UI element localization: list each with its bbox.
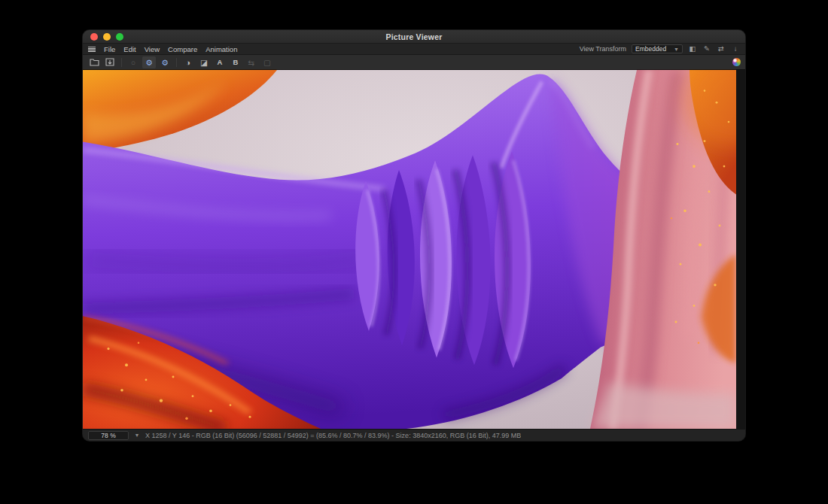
folder-icon: [90, 58, 99, 66]
filter-gear-button[interactable]: ⚙: [158, 56, 172, 68]
traffic-lights: [90, 33, 123, 41]
abstract-render-image: [83, 70, 736, 429]
settings-gear-button[interactable]: ⚙: [142, 56, 156, 68]
menu-item-edit[interactable]: Edit: [123, 45, 135, 53]
save-icon: [105, 58, 114, 66]
picture-viewer-window: Picture Viewer File Edit View Compare An…: [83, 30, 745, 441]
toolbar: ○ ⚙ ⚙ ◑ ◪ A B ⇆ ▢: [83, 55, 745, 70]
window-title: Picture Viewer: [386, 32, 443, 41]
view-transform-value: Embedded: [635, 45, 666, 53]
menubar: File Edit View Compare Animation View Tr…: [83, 44, 745, 55]
annotate-icon[interactable]: ✎: [702, 44, 711, 53]
download-icon[interactable]: ↓: [731, 44, 740, 53]
menu-item-compare[interactable]: Compare: [168, 45, 197, 53]
minimize-button[interactable]: [103, 33, 111, 41]
compare-a-button[interactable]: A: [213, 56, 227, 68]
split-view-icon[interactable]: ◧: [688, 44, 697, 53]
toolbar-separator: [176, 58, 177, 67]
view-transform-select[interactable]: Embedded ▼: [632, 44, 683, 53]
compare-b-button[interactable]: B: [229, 56, 242, 68]
swap-icon[interactable]: ⇄: [717, 44, 726, 53]
menu-item-file[interactable]: File: [104, 45, 115, 53]
hamburger-menu-icon[interactable]: [88, 47, 96, 52]
render-settings-sphere-icon[interactable]: [732, 58, 741, 66]
view-transform-label: View Transform: [580, 45, 626, 53]
menubar-right-group: View Transform Embedded ▼ ◧ ✎ ⇄ ↓: [580, 44, 740, 53]
contrast-compare-button[interactable]: ◑: [181, 56, 195, 68]
statusbar: 78 % ▼ X 1258 / Y 146 - RGB (16 Bit) (56…: [83, 429, 745, 441]
zoom-level-value: 78 %: [101, 432, 115, 439]
status-info-text: X 1258 / Y 146 - RGB (16 Bit) (56096 / 5…: [145, 432, 521, 439]
save-button[interactable]: [103, 56, 117, 68]
open-file-button[interactable]: [87, 56, 101, 68]
link-ab-button[interactable]: ▢: [260, 56, 274, 68]
viewport: [83, 70, 745, 429]
close-button[interactable]: [90, 33, 98, 41]
menu-item-animation[interactable]: Animation: [205, 45, 237, 53]
zoom-button[interactable]: [116, 33, 123, 41]
zoom-level-select[interactable]: 78 %: [88, 431, 129, 440]
chevron-down-icon: ▼: [674, 47, 679, 52]
swap-ab-button[interactable]: ⇆: [245, 56, 258, 68]
image-canvas[interactable]: [83, 70, 736, 429]
zoom-chevron-button[interactable]: ▼: [132, 433, 142, 438]
refresh-button[interactable]: ○: [126, 56, 140, 68]
ab-split-button[interactable]: ◪: [197, 56, 211, 68]
titlebar[interactable]: Picture Viewer: [83, 30, 745, 44]
menu-item-view[interactable]: View: [145, 45, 160, 53]
toolbar-separator: [121, 58, 122, 67]
